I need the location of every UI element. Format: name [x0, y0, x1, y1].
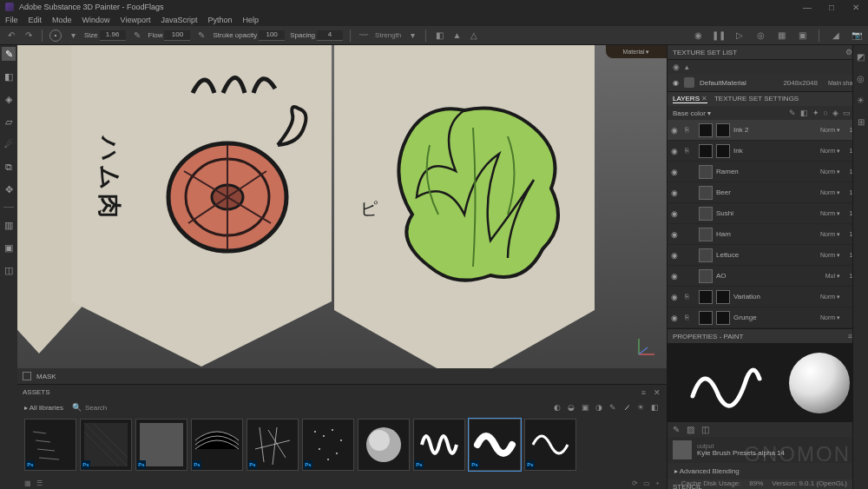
menu-help[interactable]: Help: [242, 16, 259, 24]
blend-mode[interactable]: Norm ▾: [816, 169, 840, 175]
layer-thumbnail[interactable]: [699, 228, 713, 241]
viewport-3d[interactable]: Material ▾ ハム肉 ピ: [17, 45, 667, 368]
asset-thumb[interactable]: Ps: [135, 419, 187, 471]
layer-thumbnail[interactable]: [699, 165, 713, 179]
blend-mode[interactable]: Norm ▾: [816, 127, 840, 134]
filter-env-icon[interactable]: ☀: [635, 402, 646, 413]
clone-tool-icon[interactable]: ⧉: [2, 160, 16, 174]
add-mask-icon[interactable]: ○: [824, 109, 828, 117]
asset-thumb[interactable]: Ps: [302, 419, 354, 471]
iray-icon[interactable]: ◎: [754, 30, 766, 42]
asset-thumb[interactable]: Ps: [24, 419, 76, 471]
assets-menu-icon[interactable]: ≡: [639, 387, 648, 397]
texset-icon1[interactable]: ◉: [673, 63, 680, 71]
layer-row[interactable]: ◉⎘InkNorm ▾100 ▾: [667, 141, 868, 162]
list-view-icon[interactable]: ☰: [36, 479, 43, 487]
assets-search-input[interactable]: 🔍 Search: [72, 403, 543, 412]
shader-icon[interactable]: ◎: [857, 74, 865, 83]
eye-icon[interactable]: ◉: [671, 230, 681, 239]
add-smart-mask-icon[interactable]: ◈: [832, 109, 838, 117]
link-icon[interactable]: ⎘: [685, 147, 695, 155]
alpha-section-icon[interactable]: ▨: [687, 425, 694, 434]
display-icon[interactable]: ⊞: [858, 117, 865, 127]
layer-thumbnail[interactable]: [699, 186, 713, 200]
projection-tool-icon[interactable]: ◈: [2, 92, 16, 106]
window-minimize[interactable]: —: [795, 0, 819, 14]
grid-view-icon[interactable]: ▦: [24, 479, 31, 487]
asset-thumb[interactable]: Ps: [524, 419, 576, 471]
add-icon[interactable]: +: [655, 479, 660, 487]
window-maximize[interactable]: □: [819, 0, 844, 14]
filter-color-icon[interactable]: ◧: [649, 402, 660, 413]
layer-thumbnail[interactable]: [699, 123, 713, 137]
layer-row[interactable]: ◉LettuceNorm ▾100 ▾: [667, 245, 868, 266]
eye-icon[interactable]: ◉: [671, 293, 681, 301]
alpha-thumbnail[interactable]: [673, 440, 692, 459]
layer-mask-thumbnail[interactable]: [716, 311, 730, 325]
link-icon[interactable]: ⎘: [685, 314, 695, 321]
cube-icon[interactable]: ▣: [2, 241, 16, 254]
eye-icon[interactable]: ◉: [671, 209, 681, 218]
undo-icon[interactable]: ↶: [5, 30, 17, 42]
layer-thumbnail[interactable]: [699, 144, 713, 158]
brush-section-icon[interactable]: ✎: [673, 425, 680, 434]
spacing-field[interactable]: 4: [317, 30, 343, 41]
link-icon[interactable]: ⎘: [685, 293, 695, 301]
mirror-icon[interactable]: ▲: [450, 30, 463, 42]
brush-preview-icon[interactable]: •: [49, 30, 62, 42]
window-close[interactable]: ✕: [844, 0, 868, 14]
material-dropdown[interactable]: Material ▾: [606, 45, 667, 58]
visibility-icon[interactable]: ◉: [673, 79, 679, 87]
asset-thumb-selected[interactable]: Ps: [469, 419, 521, 471]
filter-alpha-icon[interactable]: ✎: [608, 402, 618, 413]
layer-mask-thumbnail[interactable]: [716, 290, 730, 304]
camera-icon[interactable]: 📷: [851, 30, 863, 42]
eye-icon[interactable]: ◉: [671, 314, 681, 322]
add-paint-layer-icon[interactable]: ✎: [789, 109, 796, 117]
blend-mode[interactable]: Norm ▾: [816, 148, 840, 155]
chevron-down-icon[interactable]: ▾: [67, 30, 79, 42]
tab-layers[interactable]: LAYERS✕: [673, 95, 707, 103]
eye-icon[interactable]: ◉: [671, 272, 681, 281]
blend-mode[interactable]: Norm ▾: [816, 189, 840, 196]
add-fill-layer-icon[interactable]: ◧: [800, 109, 808, 117]
eraser-tool-icon[interactable]: ◧: [2, 69, 16, 83]
brush-tool-icon[interactable]: ✎: [2, 47, 16, 61]
lighting-icon[interactable]: ☀: [857, 96, 865, 105]
pressure-flow-icon[interactable]: ✎: [195, 30, 207, 42]
size-field[interactable]: 1.96: [100, 30, 126, 41]
menu-viewport[interactable]: Viewport: [121, 16, 151, 24]
axis-gizmo[interactable]: [635, 335, 658, 360]
polyfill-tool-icon[interactable]: ▱: [2, 115, 16, 129]
add-effect-icon[interactable]: ✦: [812, 109, 819, 117]
link-icon[interactable]: ⎘: [685, 126, 695, 134]
menu-file[interactable]: File: [5, 16, 18, 24]
eye-icon[interactable]: ◉: [671, 251, 681, 260]
filter-all-icon[interactable]: ◐: [552, 402, 562, 413]
folder-icon[interactable]: ▭: [643, 479, 650, 487]
channel-dropdown[interactable]: Base color ▾: [673, 109, 711, 117]
eye-icon[interactable]: ◉: [671, 147, 681, 155]
opacity-field[interactable]: 100: [259, 30, 285, 41]
eye-icon[interactable]: ◉: [671, 188, 681, 197]
smudge-tool-icon[interactable]: ☄: [2, 137, 16, 151]
view-2d-icon[interactable]: ▦: [775, 30, 787, 42]
menu-window[interactable]: Window: [82, 16, 110, 24]
mask-swatch-icon[interactable]: [23, 372, 31, 380]
picker-tool-icon[interactable]: ✥: [2, 182, 16, 196]
eye-icon[interactable]: ◉: [671, 168, 681, 176]
material-preview-sphere[interactable]: [789, 353, 850, 413]
geometry-mask-icon[interactable]: ▥: [2, 218, 16, 232]
pause-icon[interactable]: ❚❚: [713, 30, 725, 42]
library-dropdown[interactable]: ▸ All libraries: [24, 404, 63, 412]
layer-row[interactable]: ◉⎘VariationNorm ▾37 ▾: [667, 287, 868, 307]
layer-row[interactable]: ◉HamNorm ▾100 ▾: [667, 224, 868, 245]
layer-row[interactable]: ◉SushiNorm ▾100 ▾: [667, 203, 868, 224]
bake-icon[interactable]: ◉: [692, 30, 704, 42]
texture-set-row[interactable]: ◉ DefaultMaterial 2048x2048 Main shader: [667, 74, 868, 92]
layer-row[interactable]: ◉⎘Ink 2Norm ▾100 ▾: [667, 120, 868, 141]
eye-icon[interactable]: ◉: [671, 126, 681, 135]
pressure-size-icon[interactable]: ✎: [131, 30, 143, 42]
layer-thumbnail[interactable]: [699, 207, 713, 221]
filter-smart-icon[interactable]: ▣: [580, 402, 590, 413]
